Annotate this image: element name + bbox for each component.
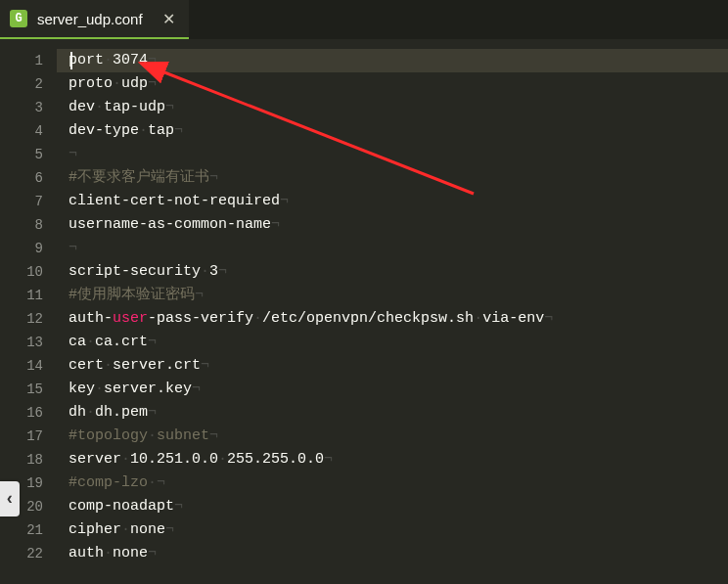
panel-expand-handle[interactable]: ‹ — [0, 481, 20, 517]
line-number: 21 — [0, 518, 57, 542]
code-line[interactable]: auth·none¬ — [57, 542, 728, 565]
code-token: ¬ — [157, 474, 165, 491]
code-line[interactable]: port·3074¬ — [57, 49, 728, 72]
code-token: ¬ — [271, 216, 280, 233]
code-token: udp — [121, 75, 148, 92]
code-token: key — [68, 381, 95, 397]
code-token: script-security — [68, 263, 201, 280]
code-token: cipher — [68, 521, 121, 538]
code-token: server.key — [104, 381, 192, 397]
code-token: #comp-lzo — [68, 474, 148, 491]
code-token: dev-type — [68, 122, 139, 139]
code-token: 3 — [209, 263, 218, 280]
code-token: ¬ — [165, 99, 174, 115]
code-token: · — [139, 122, 148, 139]
line-number: 22 — [0, 542, 57, 565]
code-token: tap-udp — [104, 99, 165, 115]
line-number: 18 — [0, 448, 57, 472]
code-token: · — [218, 451, 227, 468]
code-token: ¬ — [174, 498, 183, 515]
line-number: 12 — [0, 307, 57, 331]
code-token: 3074 — [113, 52, 148, 68]
code-token: ¬ — [201, 357, 209, 374]
code-token: · — [95, 99, 104, 115]
code-token: #topology — [68, 427, 148, 444]
code-line[interactable]: script-security·3¬ — [57, 260, 728, 284]
code-token: ¬ — [148, 52, 157, 68]
code-token: · — [86, 404, 95, 421]
editor-area[interactable]: 12345678910111213141516171819202122 port… — [0, 39, 728, 584]
close-icon[interactable]: ✕ — [162, 10, 175, 28]
code-line[interactable]: auth-user-pass-verify·/etc/openvpn/check… — [57, 307, 728, 331]
line-number: 1 — [0, 49, 57, 72]
code-content[interactable]: port·3074¬proto·udp¬dev·tap-udp¬dev-type… — [57, 39, 728, 584]
code-token: client-cert-not-required — [68, 193, 280, 209]
code-token: ¬ — [195, 287, 204, 303]
code-line[interactable]: client-cert-not-required¬ — [57, 190, 728, 213]
code-token: · — [104, 545, 113, 562]
code-token: via-env — [482, 310, 544, 327]
code-line[interactable]: dev·tap-udp¬ — [57, 96, 728, 119]
code-line[interactable]: comp-noadapt¬ — [57, 495, 728, 518]
line-number: 6 — [0, 166, 57, 190]
code-line[interactable]: proto·udp¬ — [57, 72, 728, 96]
code-line[interactable]: #不要求客户端有证书¬ — [57, 166, 728, 190]
code-token: · — [148, 474, 157, 491]
line-number: 15 — [0, 378, 57, 401]
tab-bar: G server_udp.conf ✕ — [0, 0, 728, 39]
line-number: 4 — [0, 119, 57, 143]
line-number: 10 — [0, 260, 57, 284]
code-token: subnet — [157, 427, 209, 444]
chevron-left-icon: ‹ — [5, 489, 16, 509]
code-token: · — [95, 381, 104, 397]
code-line[interactable]: ¬ — [57, 143, 728, 166]
code-token: server.crt — [113, 357, 201, 374]
tab-active[interactable]: G server_udp.conf ✕ — [0, 0, 189, 39]
code-line[interactable]: key·server.key¬ — [57, 378, 728, 401]
code-token: auth- — [68, 310, 113, 327]
code-token: tap — [148, 122, 174, 139]
line-number: 11 — [0, 284, 57, 307]
code-token: proto — [68, 75, 113, 92]
text-cursor — [70, 52, 72, 69]
code-token: · — [86, 334, 95, 350]
code-line[interactable]: cert·server.crt¬ — [57, 354, 728, 378]
code-token: 10.251.0.0 — [130, 451, 218, 468]
code-token: ¬ — [68, 146, 77, 162]
code-token: ¬ — [68, 240, 77, 256]
code-line[interactable]: ¬ — [57, 237, 728, 260]
code-line[interactable]: #topology·subnet¬ — [57, 425, 728, 448]
code-token: /etc/openvpn/checkpsw.sh — [262, 310, 474, 327]
code-token: ¬ — [209, 169, 218, 186]
code-line[interactable]: server·10.251.0.0·255.255.0.0¬ — [57, 448, 728, 472]
code-token: ¬ — [218, 263, 227, 280]
code-line[interactable]: cipher·none¬ — [57, 518, 728, 542]
file-type-icon: G — [10, 10, 27, 27]
tab-title: server_udp.conf — [37, 11, 143, 27]
code-token: ¬ — [148, 75, 157, 92]
code-line[interactable]: username-as-common-name¬ — [57, 213, 728, 237]
code-token: ¬ — [192, 381, 201, 397]
code-token: -pass-verify — [148, 310, 253, 327]
line-number: 3 — [0, 96, 57, 119]
code-token: · — [253, 310, 262, 327]
line-number: 2 — [0, 72, 57, 96]
code-token: comp-noadapt — [68, 498, 174, 515]
code-line[interactable]: #comp-lzo·¬ — [57, 472, 728, 495]
code-token: · — [121, 451, 130, 468]
code-line[interactable]: ca·ca.crt¬ — [57, 331, 728, 354]
code-token: none — [130, 521, 165, 538]
code-token: none — [113, 545, 148, 562]
code-token: · — [104, 357, 113, 374]
code-token: dh — [68, 404, 86, 421]
code-token: · — [121, 521, 130, 538]
code-token: dh.pem — [95, 404, 148, 421]
code-token: ¬ — [165, 521, 174, 538]
code-token: · — [148, 427, 157, 444]
line-number: 8 — [0, 213, 57, 237]
code-token: ¬ — [148, 404, 157, 421]
code-line[interactable]: dev-type·tap¬ — [57, 119, 728, 143]
code-line[interactable]: #使用脚本验证密码¬ — [57, 284, 728, 307]
line-number: 13 — [0, 331, 57, 354]
code-line[interactable]: dh·dh.pem¬ — [57, 401, 728, 425]
